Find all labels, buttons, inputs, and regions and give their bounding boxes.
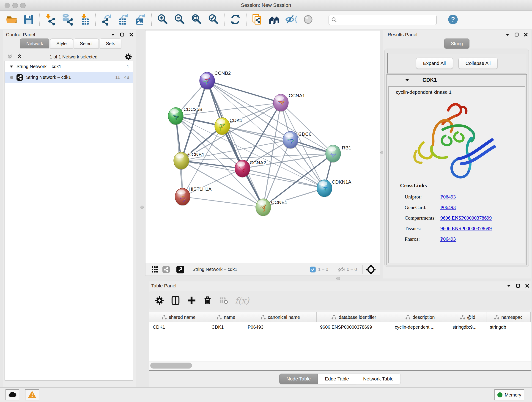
tab-string[interactable]: String bbox=[444, 38, 469, 49]
zoom-in-button[interactable] bbox=[155, 13, 170, 27]
panel-collapse-icon[interactable] bbox=[111, 33, 115, 36]
open-in-browser-icon[interactable] bbox=[177, 266, 184, 274]
network-node-CCNA1[interactable] bbox=[273, 94, 288, 112]
export-image-button[interactable] bbox=[133, 13, 147, 27]
crosslink-value-link[interactable]: P06493 bbox=[440, 194, 456, 200]
panel-float-icon[interactable] bbox=[516, 284, 520, 288]
import-network-from-database-button[interactable] bbox=[60, 13, 75, 27]
table-row[interactable]: CDK1CDK1P064939606.ENSP00000378699cyclin… bbox=[149, 322, 531, 332]
zoom-out-button[interactable] bbox=[172, 13, 186, 27]
horizontal-splitter-handle[interactable] bbox=[336, 277, 340, 280]
network-node-RB1[interactable] bbox=[326, 145, 341, 163]
import-network-button[interactable] bbox=[44, 13, 58, 27]
table-cell[interactable]: cyclin-dependent ... bbox=[391, 322, 449, 332]
network-node-CDC25B[interactable] bbox=[168, 108, 183, 125]
network-document-button[interactable] bbox=[250, 13, 264, 27]
show-graphics-button[interactable] bbox=[301, 13, 315, 27]
table-cell[interactable]: 9606.ENSP00000378699 bbox=[317, 322, 391, 332]
panel-close-icon[interactable] bbox=[129, 32, 133, 37]
warnings-button[interactable] bbox=[25, 389, 39, 400]
export-network-button[interactable] bbox=[99, 13, 114, 27]
toolbar-separator bbox=[151, 13, 152, 26]
table-options-gear-icon[interactable] bbox=[155, 296, 164, 305]
network-node-CDK1[interactable] bbox=[215, 118, 230, 135]
panel-float-icon[interactable] bbox=[120, 32, 124, 37]
panel-float-icon[interactable] bbox=[515, 32, 519, 37]
collapse-all-button[interactable]: Collapse All bbox=[458, 58, 498, 69]
network-node-HIST1H1A[interactable] bbox=[175, 188, 190, 206]
hidden-eye-slash-icon[interactable] bbox=[337, 266, 345, 273]
tab-select[interactable]: Select bbox=[74, 38, 99, 48]
panel-close-icon[interactable] bbox=[524, 32, 528, 37]
selected-checkbox-icon[interactable] bbox=[310, 267, 316, 273]
column-header-name[interactable]: name bbox=[208, 313, 244, 322]
tab-network[interactable]: Network bbox=[20, 38, 49, 48]
apply-layout-button[interactable] bbox=[228, 13, 242, 27]
tree-expander-icon[interactable] bbox=[10, 65, 13, 68]
zoom-selected-button[interactable] bbox=[206, 13, 220, 27]
cloud-status-button[interactable] bbox=[6, 389, 19, 400]
table-cell[interactable]: P06493 bbox=[244, 322, 317, 332]
network-node-CCNA2[interactable] bbox=[235, 160, 250, 178]
network-row[interactable]: String Network – cdk1 11 48 bbox=[5, 72, 133, 83]
open-session-button[interactable] bbox=[5, 13, 19, 27]
table-cell[interactable]: stringdb:9... bbox=[449, 322, 486, 332]
expand-all-button[interactable]: Expand All bbox=[416, 58, 453, 69]
network-node-CDKN1A[interactable] bbox=[317, 180, 332, 197]
gene-entry-card: CDK1 cyclin-dependent kinase 1 bbox=[386, 74, 527, 265]
crosslink-value-link[interactable]: 9606.ENSP00000378699 bbox=[440, 225, 492, 231]
table-header-row: shared namenamecanonical namedatabase id… bbox=[149, 313, 531, 322]
save-session-button[interactable] bbox=[22, 13, 36, 27]
network-node-CDC6[interactable] bbox=[283, 131, 298, 149]
string-network-graph[interactable]: CCNB2CCNA1CDC25BCDK1CDC6RB1CCNB1CCNA2CDK… bbox=[146, 31, 380, 263]
share-network-gray-icon[interactable] bbox=[162, 266, 170, 273]
crosslink-value-link[interactable]: 9606.ENSP00000378699 bbox=[440, 215, 492, 221]
scrollbar-thumb[interactable] bbox=[150, 363, 192, 369]
string-home-button[interactable] bbox=[267, 13, 281, 27]
birdseye-grid-icon[interactable] bbox=[152, 266, 158, 273]
table-cell[interactable]: CDK1 bbox=[149, 322, 208, 332]
network-node-CCNE1[interactable] bbox=[256, 199, 271, 216]
tab-node-table[interactable]: Node Table bbox=[279, 374, 318, 384]
import-table-button[interactable] bbox=[77, 13, 92, 27]
column-header-description[interactable]: description bbox=[391, 313, 449, 322]
hide-unhide-button[interactable] bbox=[284, 13, 298, 27]
horizontal-scrollbar[interactable] bbox=[149, 361, 531, 370]
table-cell[interactable]: CDK1 bbox=[208, 322, 244, 332]
results-panel: Results Panel String Expand All Collapse… bbox=[383, 30, 531, 279]
tab-sets[interactable]: Sets bbox=[100, 38, 121, 48]
gene-header-row[interactable]: CDK1 bbox=[387, 75, 526, 85]
tab-style[interactable]: Style bbox=[50, 38, 73, 48]
network-options-gear-icon[interactable] bbox=[125, 53, 132, 61]
zoom-fit-button[interactable] bbox=[189, 13, 203, 27]
memory-button[interactable]: Memory bbox=[494, 389, 524, 400]
panel-collapse-icon[interactable] bbox=[505, 33, 510, 36]
column-header-database-identifier[interactable]: database identifier bbox=[317, 313, 391, 322]
entry-collapse-icon[interactable] bbox=[405, 79, 409, 81]
network-collection-row[interactable]: String Network – cdk1 1 bbox=[5, 61, 133, 72]
collapse-all-networks-icon[interactable] bbox=[7, 54, 13, 60]
crosslink-value-link[interactable]: P06493 bbox=[440, 236, 456, 242]
expand-all-networks-icon[interactable] bbox=[17, 54, 22, 60]
column-header-@id[interactable]: @id bbox=[449, 313, 486, 322]
create-column-plus-icon[interactable] bbox=[187, 296, 196, 305]
table-cell[interactable]: stringdb bbox=[486, 322, 531, 332]
tab-edge-table[interactable]: Edge Table bbox=[318, 374, 356, 384]
network-canvas[interactable]: CCNB2CCNA1CDC25BCDK1CDC6RB1CCNB1CCNA2CDK… bbox=[145, 30, 380, 263]
left-splitter-handle[interactable] bbox=[140, 206, 144, 209]
delete-column-trash-icon[interactable] bbox=[203, 296, 212, 305]
help-button[interactable]: ? bbox=[446, 13, 460, 27]
column-header-shared-name[interactable]: shared name bbox=[149, 313, 208, 322]
tab-network-table[interactable]: Network Table bbox=[356, 374, 401, 384]
navigator-crosshair-icon[interactable] bbox=[366, 264, 376, 274]
column-header-namespac[interactable]: namespac bbox=[486, 313, 531, 322]
crosslink-value-link[interactable]: P06493 bbox=[440, 204, 456, 211]
column-header-canonical-name[interactable]: canonical name bbox=[244, 313, 317, 322]
show-columns-icon[interactable] bbox=[171, 296, 180, 305]
export-table-button[interactable] bbox=[116, 13, 131, 27]
panel-close-icon[interactable] bbox=[525, 284, 529, 288]
search-input[interactable] bbox=[329, 15, 437, 25]
panel-collapse-icon[interactable] bbox=[507, 284, 511, 287]
network-node-CCNB2[interactable] bbox=[200, 72, 215, 90]
network-node-CCNB1[interactable] bbox=[174, 152, 189, 170]
